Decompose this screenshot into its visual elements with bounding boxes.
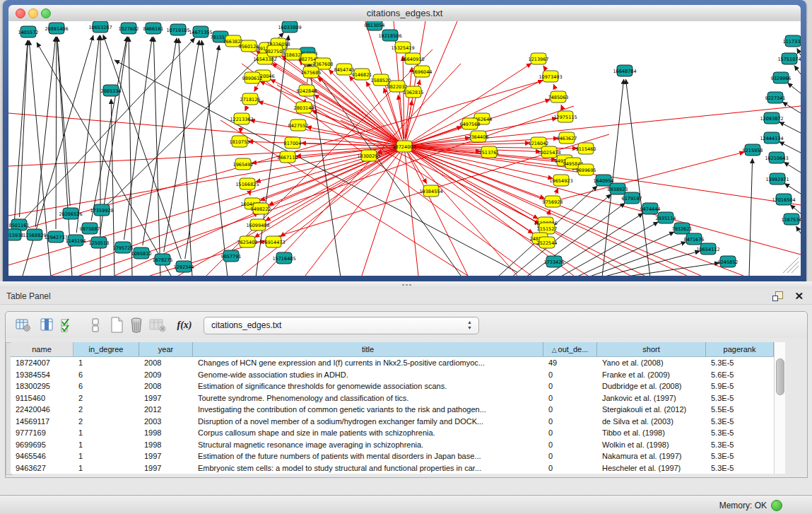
graph-edge[interactable] bbox=[249, 192, 250, 196]
graph-edge[interactable] bbox=[20, 40, 28, 217]
table-cell: 5.3E-5 bbox=[706, 416, 774, 428]
graph-edge[interactable] bbox=[794, 66, 801, 74]
table-row[interactable]: 911546021997Tourette syndrome. Phenomeno… bbox=[11, 392, 774, 404]
graph-edge[interactable] bbox=[779, 141, 801, 153]
network-canvas-holder[interactable]: 1405572208914061065328715276028466161107… bbox=[8, 21, 801, 276]
graph-node-label: 12444134 bbox=[760, 136, 783, 141]
table-row[interactable]: 1830029562008Estimation of significance … bbox=[11, 380, 774, 392]
graph-edge[interactable] bbox=[792, 266, 799, 273]
graph-edge[interactable] bbox=[254, 151, 397, 238]
graph-edge[interactable] bbox=[245, 106, 247, 111]
column-header-short[interactable]: short bbox=[597, 342, 706, 356]
close-panel-icon[interactable]: ✕ bbox=[794, 290, 804, 303]
column-header-in-degree[interactable]: in_degree bbox=[73, 342, 139, 356]
graph-edge[interactable] bbox=[164, 40, 199, 252]
new-table-icon[interactable] bbox=[107, 316, 126, 334]
table-selector-combobox[interactable]: citations_edges.txt ▲▼ bbox=[204, 317, 479, 334]
graph-edge[interactable] bbox=[784, 183, 801, 194]
graph-node-label: 9560124 bbox=[239, 44, 259, 49]
graph-edge[interactable] bbox=[263, 64, 461, 276]
table-row[interactable]: 969969511998Structural magnetic resonanc… bbox=[11, 439, 774, 451]
graph-node-label: 12942737 bbox=[44, 235, 67, 240]
table-cell: 1 bbox=[73, 357, 139, 369]
graph-edge[interactable] bbox=[129, 37, 132, 276]
graph-edge[interactable] bbox=[783, 257, 799, 273]
column-header-year[interactable]: year bbox=[139, 342, 193, 356]
graph-edge[interactable] bbox=[14, 40, 28, 227]
graph-node-label: 1216042 bbox=[529, 141, 549, 146]
graph-edge[interactable] bbox=[56, 37, 57, 229]
graph-edge[interactable] bbox=[8, 113, 404, 146]
table-cell: 0 bbox=[543, 392, 597, 404]
graph-edge[interactable] bbox=[553, 84, 555, 89]
table-cell: Franke et al. (2009) bbox=[597, 369, 706, 381]
graph-edge[interactable] bbox=[404, 146, 801, 255]
table-row[interactable]: 977716911998Corpus callosum shape and si… bbox=[11, 427, 774, 439]
graph-edge[interactable] bbox=[622, 263, 719, 276]
graph-edge[interactable] bbox=[76, 35, 99, 233]
select-all-rows-icon[interactable] bbox=[58, 316, 76, 334]
clear-selection-icon[interactable] bbox=[86, 316, 105, 334]
graph-edge[interactable] bbox=[576, 232, 674, 276]
function-builder-icon[interactable]: f(x) bbox=[175, 316, 194, 334]
app-root: { "window": { "title": "citations_edges.… bbox=[0, 0, 812, 514]
graph-node-label: 1167534 bbox=[782, 217, 801, 223]
table-panel-title: Table Panel bbox=[6, 291, 51, 301]
graph-edge[interactable] bbox=[403, 56, 404, 139]
graph-node-label: 1145194 bbox=[66, 238, 86, 244]
graph-edge[interactable] bbox=[797, 49, 801, 55]
graph-node-label: 2367608 bbox=[313, 62, 334, 67]
table-cell: 0 bbox=[543, 450, 597, 462]
network-canvas[interactable]: 1405572208914061065328715276028466161107… bbox=[8, 21, 801, 276]
graph-edge[interactable] bbox=[779, 122, 801, 133]
graph-edge[interactable] bbox=[411, 150, 539, 218]
scrollbar-thumb[interactable] bbox=[776, 358, 784, 395]
delete-table-icon[interactable] bbox=[127, 316, 146, 334]
table-row[interactable]: 1872400712008Changes of HCN gene express… bbox=[11, 357, 774, 369]
graph-edge[interactable] bbox=[305, 57, 461, 276]
vertical-scrollbar[interactable] bbox=[774, 342, 785, 474]
graph-edge[interactable] bbox=[790, 205, 801, 214]
graph-node-label: 9463627 bbox=[557, 136, 577, 141]
panel-splitter[interactable] bbox=[0, 281, 812, 288]
graph-edge[interactable] bbox=[79, 106, 574, 276]
graph-edge[interactable] bbox=[153, 37, 160, 276]
table-row[interactable]: 946362711997Embryonic stem cells: a mode… bbox=[11, 462, 774, 474]
graph-edge[interactable] bbox=[784, 162, 801, 173]
float-panel-icon[interactable] bbox=[772, 291, 784, 302]
graph-edge[interactable] bbox=[555, 188, 558, 194]
column-header-pagerank[interactable]: pagerank bbox=[706, 342, 774, 356]
graph-edge[interactable] bbox=[796, 226, 801, 233]
graph-node-label: 1678275 bbox=[153, 257, 173, 263]
graph-node-label: 9827503 bbox=[265, 49, 286, 54]
table-row[interactable]: 2242004622012Investigating the contribut… bbox=[11, 404, 774, 416]
column-header-title[interactable]: title bbox=[193, 342, 543, 356]
column-visibility-icon[interactable] bbox=[38, 316, 57, 334]
table-row[interactable]: 1938455462009Genome-wide association stu… bbox=[11, 369, 774, 381]
table-cell: 1 bbox=[73, 427, 139, 439]
graph-edge[interactable] bbox=[749, 158, 753, 276]
graph-edge[interactable] bbox=[543, 66, 546, 70]
graph-edge[interactable] bbox=[404, 21, 457, 146]
memory-status-icon[interactable] bbox=[771, 500, 782, 511]
table-row[interactable]: 1456911722003Disruption of a novel membe… bbox=[11, 416, 774, 428]
window-titlebar[interactable]: citations_edges.txt bbox=[8, 5, 801, 22]
table-cell: 0 bbox=[543, 439, 597, 451]
table-settings-icon[interactable] bbox=[14, 316, 33, 334]
graph-node-label: 1250518 bbox=[89, 240, 110, 246]
table-row[interactable]: 946554611997Estimation of the future num… bbox=[11, 450, 774, 462]
column-header-out-degree[interactable]: △out_de... bbox=[543, 342, 597, 356]
status-bar: Memory: OK bbox=[0, 495, 812, 514]
graph-edge[interactable] bbox=[8, 146, 404, 166]
graph-edge[interactable] bbox=[404, 146, 468, 276]
graph-node-label: 10025438 bbox=[537, 150, 560, 156]
graph-node-label: 10719105 bbox=[166, 28, 189, 33]
graph-edge[interactable] bbox=[787, 83, 801, 93]
table-cell: 18300295 bbox=[11, 380, 73, 392]
graph-edge[interactable] bbox=[240, 127, 241, 133]
graph-node-label: 1675685 bbox=[301, 70, 322, 76]
graph-edge[interactable] bbox=[305, 146, 404, 276]
graph-edge[interactable] bbox=[254, 83, 259, 92]
column-header-name[interactable]: name bbox=[11, 342, 73, 356]
graph-edge[interactable] bbox=[561, 105, 563, 109]
